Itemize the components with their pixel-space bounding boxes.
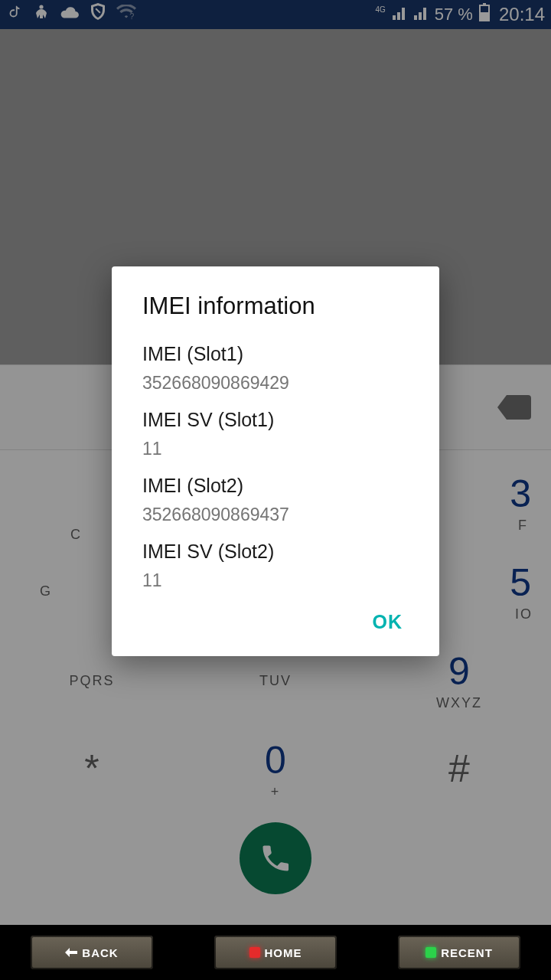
ok-button[interactable]: OK xyxy=(367,606,409,638)
imei-dialog: IMEI information IMEI (Slot1) 3526680908… xyxy=(112,266,439,656)
back-label: BACK xyxy=(82,946,118,959)
imeisv-slot1-label: IMEI SV (Slot1) xyxy=(142,409,409,431)
home-label: HOME xyxy=(265,946,302,959)
imeisv-slot1-value: 11 xyxy=(142,439,409,459)
dialog-title: IMEI information xyxy=(142,292,409,320)
back-button[interactable]: BACK xyxy=(31,936,153,969)
imeisv-slot2-label: IMEI SV (Slot2) xyxy=(142,541,409,563)
home-button[interactable]: HOME xyxy=(214,936,337,969)
recent-button[interactable]: RECENT xyxy=(398,936,520,969)
nav-softkey-bar: BACK HOME RECENT xyxy=(0,925,551,980)
imei-slot2-value: 352668090869437 xyxy=(142,505,409,525)
recent-label: RECENT xyxy=(441,946,493,959)
recent-indicator-icon xyxy=(425,947,436,958)
imei-slot1-label: IMEI (Slot1) xyxy=(142,343,409,365)
imeisv-slot2-value: 11 xyxy=(142,570,409,591)
home-indicator-icon xyxy=(249,947,260,958)
back-arrow-icon xyxy=(65,946,77,959)
imei-slot1-value: 352668090869429 xyxy=(142,373,409,394)
imei-slot2-label: IMEI (Slot2) xyxy=(142,475,409,497)
